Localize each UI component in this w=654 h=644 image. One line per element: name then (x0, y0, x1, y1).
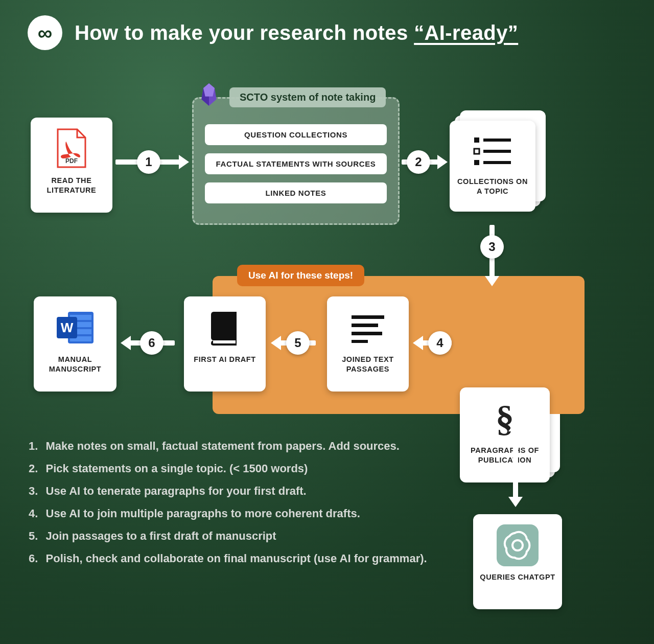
chatgpt-icon (496, 522, 540, 568)
infinity-logo-icon: ∞ (28, 15, 62, 50)
step-4-text: Use AI to join multiple paragraphs to mo… (46, 507, 360, 520)
step-2-text: Pick statements on a single topic. (< 15… (46, 462, 308, 475)
word-doc-icon: W (54, 305, 97, 351)
title-quoted: “AI-ready” (414, 21, 518, 44)
svg-rect-12 (352, 332, 382, 335)
step-6: 6.Polish, check and collaborate on final… (29, 552, 448, 565)
scto-panel-title: SCTO system of note taking (229, 87, 386, 107)
svg-rect-22 (497, 524, 539, 566)
svg-rect-10 (352, 315, 384, 319)
step-1: 1.Make notes on small, factual statement… (29, 440, 448, 453)
card-first-ai-draft: FIRST AI DRAFT (184, 296, 266, 392)
ai-steps-badge: Use AI for these steps! (237, 265, 364, 286)
page-title: How to make your research notes “AI-read… (75, 21, 518, 44)
steps-list: 1.Make notes on small, factual statement… (29, 440, 448, 565)
scto-pill-linked: LINKED NOTES (205, 182, 387, 203)
card-label: FIRST AI DRAFT (194, 355, 255, 364)
step-num-2: 2 (407, 150, 430, 174)
card-paragraphs: § PARAGRAPHS OF PUBLICATION (460, 387, 550, 482)
card-label: COLLECTIONS ON A TOPIC (455, 177, 530, 196)
scto-pill-factual: FACTUAL STATEMENTS WITH SOURCES (205, 153, 387, 174)
card-chatgpt: QUERIES CHATGPT (473, 514, 562, 609)
step-1-text: Make notes on small, factual statement f… (46, 440, 400, 453)
svg-rect-7 (483, 150, 511, 153)
step-6-text: Polish, check and collaborate on final m… (46, 552, 427, 565)
svg-marker-2 (203, 83, 215, 97)
step-5-text: Join passages to a first draft of manusc… (46, 530, 276, 543)
pdf-icon: PDF (55, 126, 88, 172)
arrow-chatgpt-bidirectional (513, 429, 518, 499)
step-num-1: 1 (137, 150, 160, 174)
card-manual-manuscript: W MANUAL MANUSCRIPT (34, 296, 116, 392)
step-5: 5.Join passages to a first draft of manu… (29, 530, 448, 543)
svg-text:PDF: PDF (65, 157, 78, 165)
card-label: PARAGRAPHS OF PUBLICATION (465, 446, 545, 465)
svg-text:W: W (61, 320, 74, 335)
step-num-6: 6 (140, 331, 164, 355)
card-joined: JOINED TEXT PASSAGES (327, 296, 409, 392)
card-label: QUERIES CHATGPT (480, 572, 555, 582)
svg-rect-4 (474, 137, 479, 143)
obsidian-gem-icon (198, 83, 220, 106)
step-num-5: 5 (286, 331, 310, 355)
step-3-text: Use AI to tenerate paragraphs for your f… (46, 485, 307, 498)
step-3: 3.Use AI to tenerate paragraphs for your… (29, 485, 448, 498)
list-icon (472, 129, 513, 173)
svg-rect-9 (483, 161, 511, 164)
step-num-3: 3 (480, 235, 504, 259)
step-4: 4.Use AI to join multiple paragraphs to … (29, 507, 448, 520)
svg-rect-14 (213, 340, 236, 343)
card-collections: COLLECTIONS ON A TOPIC (450, 121, 535, 212)
card-read-literature: PDF READ THE LITERATURE (31, 118, 112, 213)
svg-rect-6 (474, 149, 479, 154)
text-lines-icon (349, 305, 386, 351)
svg-rect-11 (352, 324, 378, 327)
card-label: MANUAL MANUSCRIPT (39, 355, 111, 374)
svg-rect-13 (352, 340, 368, 343)
card-label: JOINED TEXT PASSAGES (332, 355, 404, 374)
step-2: 2.Pick statements on a single topic. (< … (29, 462, 448, 475)
scto-panel: SCTO system of note taking QUESTION COLL… (192, 97, 400, 225)
card-label: READ THE LITERATURE (36, 176, 107, 195)
scto-pill-questions: QUESTION COLLECTIONS (205, 124, 387, 145)
section-symbol-icon: § (496, 396, 514, 442)
step-num-4: 4 (428, 331, 452, 355)
svg-rect-5 (483, 139, 511, 142)
title-prefix: How to make your research notes (75, 21, 414, 44)
svg-rect-8 (474, 160, 479, 165)
book-icon (208, 305, 242, 351)
